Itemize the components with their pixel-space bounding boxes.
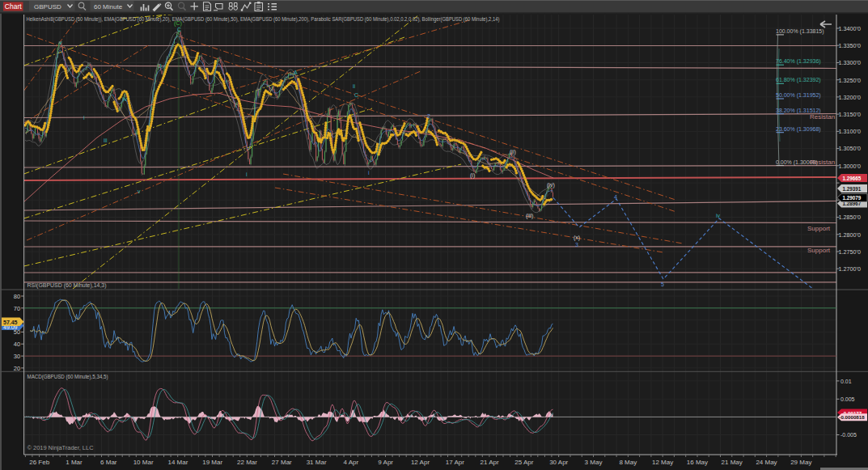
svg-text:C: C [177,27,181,32]
svg-text:12 Apr: 12 Apr [411,459,430,466]
svg-text:23.60% (1.30968): 23.60% (1.30968) [776,126,821,133]
svg-text:19 Mar: 19 Mar [202,459,222,466]
svg-text:30: 30 [14,353,20,360]
svg-text:3: 3 [575,242,578,248]
svg-text:C: C [354,92,358,98]
svg-text:31 Mar: 31 Mar [307,459,327,466]
svg-text:iv: iv [716,213,721,218]
svg-text:10 Mar: 10 Mar [133,459,154,466]
svg-text:100.00% (1.33815): 100.00% (1.33815) [776,28,824,35]
svg-text:40: 40 [14,341,20,348]
svg-text:8 May: 8 May [619,459,637,466]
svg-text:1.3300’0: 1.3300’0 [839,60,862,66]
svg-text:80: 80 [14,293,20,300]
svg-text:© 2019 NinjaTrader, LLC: © 2019 NinjaTrader, LLC [28,445,94,451]
svg-text:1.2700’0: 1.2700’0 [839,266,862,272]
svg-text:(x): (x) [574,235,580,241]
svg-text:1.3050’0: 1.3050’0 [839,146,862,151]
svg-text:1.3000’0: 1.3000’0 [839,163,862,169]
svg-text:26 Feb: 26 Feb [29,459,49,466]
svg-text:RSI(GBPUSD (60 Minute),14,3): RSI(GBPUSD (60 Minute),14,3) [28,282,107,289]
svg-text:GBPUSD: GBPUSD [34,3,61,11]
svg-text:0.01: 0.01 [840,379,852,384]
svg-text:2: 2 [427,113,430,119]
svg-text:Chart: Chart [5,2,22,11]
svg-text:MACD(GBPUSD (60 Minute),5,34,5: MACD(GBPUSD (60 Minute),5,34,5) [28,374,108,380]
svg-text:ii: ii [353,83,356,89]
svg-text:Resistan: Resistan [810,113,835,121]
svg-text:(iii): (iii) [526,213,533,219]
svg-text:3: 3 [159,63,162,69]
svg-text:1.3200’0: 1.3200’0 [839,95,862,100]
svg-text:17 Apr: 17 Apr [446,459,464,466]
svg-text:5: 5 [661,282,664,287]
svg-text:14 Mar: 14 Mar [167,459,188,466]
svg-text:1.29391: 1.29391 [843,186,862,192]
svg-text:50.00% (1.31952): 50.00% (1.31952) [776,92,821,99]
svg-text:22 Mar: 22 Mar [237,459,257,466]
svg-text:(ii): (ii) [510,149,516,155]
svg-text:1.29665: 1.29665 [843,176,862,181]
svg-text:(iv): (iv) [547,182,555,188]
svg-text:1.3150’0: 1.3150’0 [839,112,862,117]
svg-text:29 May: 29 May [790,459,811,466]
svg-text:30 Apr: 30 Apr [549,459,568,466]
svg-text:1.29079: 1.29079 [843,195,862,201]
svg-text:iii: iii [104,138,108,143]
svg-text:Resistan: Resistan [810,159,835,166]
svg-text:HeikenAshi8(GBPUSD (60 Minute): HeikenAshi8(GBPUSD (60 Minute)), EMA(GBP… [27,16,500,23]
svg-text:Support: Support [807,247,831,254]
svg-text:1 Mar: 1 Mar [66,459,83,466]
svg-text:1.3350’0: 1.3350’0 [839,43,862,49]
svg-text:27 Mar: 27 Mar [272,459,292,466]
svg-text:9 Apr: 9 Apr [378,459,393,466]
svg-text:1.3100’0: 1.3100’0 [839,129,862,134]
svg-text:70: 70 [14,305,20,312]
svg-text:0.005: 0.005 [840,396,855,402]
svg-text:1.3250’0: 1.3250’0 [839,78,862,83]
svg-text:iv: iv [123,96,128,102]
svg-text:12 May: 12 May [652,459,673,466]
svg-text:6 Mar: 6 Mar [100,459,117,466]
svg-text:Support: Support [807,225,831,232]
svg-text:20: 20 [14,365,20,372]
svg-text:1.3400’0: 1.3400’0 [839,26,862,32]
svg-text:ii: ii [91,71,94,77]
svg-text:60 Minute: 60 Minute [94,3,123,11]
svg-text:v: v [138,188,141,194]
svg-text:3 May: 3 May [585,459,603,466]
svg-text:1.2750’0: 1.2750’0 [839,249,862,255]
svg-text:76.40% (1.32936): 76.40% (1.32936) [776,58,821,65]
svg-text:61.80% (1.32392): 61.80% (1.32392) [776,77,821,83]
svg-text:-0.005: -0.005 [840,432,857,438]
svg-text:-0.0000818: -0.0000818 [839,414,865,420]
svg-text:21 Apr: 21 Apr [481,459,499,466]
svg-text:v: v [59,40,62,45]
svg-text:(i): (i) [470,172,475,179]
svg-text:1.2800’0: 1.2800’0 [839,232,862,238]
svg-text:24 May: 24 May [756,459,777,466]
svg-text:16 May: 16 May [687,459,708,466]
svg-text:1.2850’0: 1.2850’0 [839,214,862,220]
svg-text:25 Apr: 25 Apr [514,459,533,466]
svg-text:4 Apr: 4 Apr [344,459,359,466]
svg-text:A: A [294,70,298,75]
svg-text:57.45: 57.45 [3,320,18,325]
svg-text:21 May: 21 May [722,459,743,466]
